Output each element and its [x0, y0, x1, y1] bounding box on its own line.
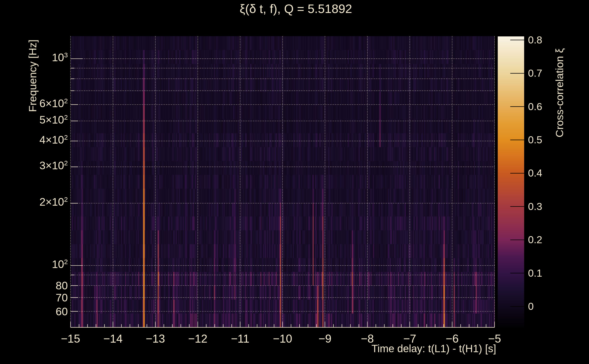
y-tick-label: 103	[52, 51, 68, 64]
x-tick-label: −8	[361, 332, 374, 345]
colorbar-tick-label: 0.2	[528, 234, 542, 246]
y-tick-label: 70	[56, 291, 68, 304]
x-tick-label: −10	[273, 332, 292, 345]
colorbar-tick-label: 0	[528, 300, 534, 312]
x-tick-label: −5	[488, 332, 501, 345]
y-tick-label: 5×102	[39, 113, 68, 126]
colorbar-tick-label: 0.7	[528, 67, 542, 79]
x-tick-label: −9	[318, 332, 331, 345]
x-tick-label: −12	[188, 332, 207, 345]
correlation-heatmap-canvas	[0, 0, 589, 364]
colorbar-title: Cross-correlation ξ	[553, 48, 566, 137]
x-tick-label: −11	[231, 332, 249, 345]
colorbar-tick-label: 0.1	[528, 267, 542, 279]
x-tick-label: −14	[103, 332, 123, 345]
y-axis-title: Frequency [Hz]	[26, 39, 39, 112]
colorbar-tick-label: 0.8	[528, 34, 542, 46]
colorbar-tick-label: 0.6	[528, 101, 542, 113]
y-tick-label: 102	[52, 258, 68, 271]
y-tick-label: 6×102	[39, 97, 68, 110]
page-title: ξ(δ t, f), Q = 5.51892	[240, 2, 352, 16]
colorbar-tick-label: 0.5	[528, 134, 542, 146]
x-tick-label: −15	[61, 332, 80, 345]
x-axis-title: Time delay: t(L1) - t(H1) [s]	[371, 342, 496, 355]
x-tick-label: −6	[446, 332, 458, 345]
spectrogram-figure: ξ(δ t, f), Q = 5.51892 Time delay: t(L1)…	[0, 0, 589, 364]
y-tick-label: 80	[56, 279, 68, 292]
y-tick-label: 4×102	[39, 133, 68, 146]
y-tick-label: 3×102	[39, 159, 68, 172]
y-tick-label: 60	[56, 305, 68, 318]
colorbar-tick-label: 0.4	[528, 167, 542, 179]
colorbar-tick-label: 0.3	[528, 201, 542, 213]
x-tick-label: −7	[403, 332, 416, 345]
x-tick-label: −13	[146, 332, 165, 345]
y-tick-label: 2×102	[39, 196, 68, 208]
